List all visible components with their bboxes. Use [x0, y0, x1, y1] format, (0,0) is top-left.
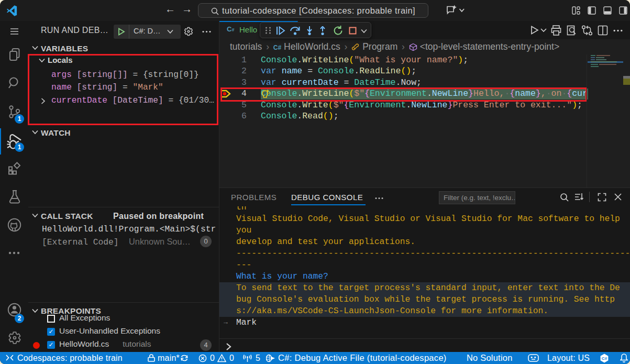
svg-text:C#: C# [602, 356, 607, 361]
